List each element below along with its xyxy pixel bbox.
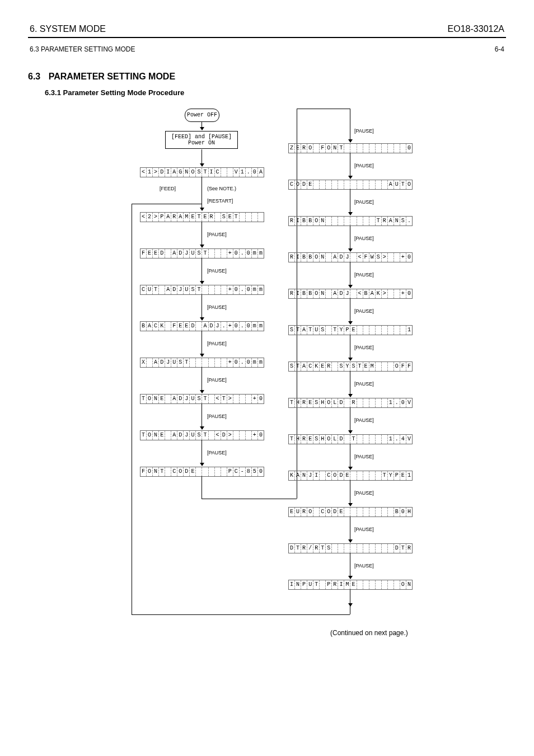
loopback-h-top — [132, 204, 202, 204]
lcd-l7: TONE ADJUST <T> +0 — [140, 394, 264, 404]
loopback-v2 — [350, 606, 350, 614]
header-title: 6. SYSTEM MODE — [29, 24, 301, 35]
loopback-h-bot — [132, 614, 350, 615]
lcd-r11: EURO CODE B0H — [288, 507, 413, 517]
arrow — [350, 516, 350, 542]
lcd-r6: STATUS TYPE 1 — [288, 325, 413, 335]
arrow — [202, 258, 202, 284]
lcd-r10: KANJI CODE TYPE1 — [288, 471, 413, 481]
key-pause: [PAUSE] — [354, 199, 374, 205]
key-pause: [PAUSE] — [207, 341, 227, 346]
lcd-l3: FEED ADJUST +0.0mm — [140, 248, 264, 259]
arrow — [202, 440, 202, 466]
lcd-l5: BACK FEED ADJ.+0.0mm — [140, 321, 264, 331]
subheader-page: 6-4 — [461, 45, 505, 54]
connector-h2 — [297, 109, 350, 109]
lcd-r4: RIBBON ADJ <FWS> +0 — [288, 252, 413, 262]
arrow — [350, 335, 350, 360]
page-header: 6. SYSTEM MODE EO18-33012A — [28, 22, 506, 38]
box-line2: Power ON — [168, 140, 235, 146]
lcd-l4: CUT ADJUST +0.0mm — [140, 285, 264, 295]
lcd-r7: STACKER SYSTEM OFF — [288, 361, 413, 372]
connector-h — [202, 499, 297, 499]
lcd-l6: X ADJUST +0.0mm — [140, 358, 264, 368]
start-oval: Power OFF — [185, 109, 219, 122]
note: (See NOTE.) — [207, 186, 236, 191]
arrow — [350, 553, 350, 579]
key-pause: [PAUSE] — [354, 527, 374, 532]
key-restart: [RESTART] — [207, 198, 233, 204]
key-pause: [PAUSE] — [354, 272, 374, 278]
key-feed: [FEED] — [160, 186, 176, 191]
key-pause: [PAUSE] — [354, 236, 374, 241]
key-pause: [PAUSE] — [207, 268, 227, 274]
lcd-l1: <1>DIAGNOSTIC V1.0A — [140, 167, 264, 177]
lcd-l8: TONE ADJUST <D> +0 — [140, 430, 264, 440]
arrow — [202, 121, 202, 130]
lcd-r12: DTR/RTS DTR — [288, 543, 413, 553]
key-pause: [PAUSE] — [354, 454, 374, 459]
box-line1: [FEED] and [PAUSE] — [168, 134, 235, 140]
key-pause: [PAUSE] — [354, 381, 374, 387]
arrow — [350, 589, 350, 606]
arrow — [202, 222, 202, 247]
arrow — [350, 480, 350, 506]
connector-v — [202, 476, 202, 499]
arrow — [350, 226, 350, 251]
arrow — [350, 153, 350, 179]
key-pause: [PAUSE] — [207, 232, 227, 237]
arrow — [350, 109, 350, 142]
arrow — [350, 444, 350, 469]
section-title: PARAMETER SETTING MODE — [49, 72, 175, 81]
key-pause: [PAUSE] — [354, 417, 374, 423]
arrow — [350, 262, 350, 288]
arrow — [202, 331, 202, 356]
lcd-r3: RIBBON TRANS. — [288, 216, 413, 226]
key-pause: [PAUSE] — [354, 163, 374, 168]
lcd-r1: ZERO FONT 0 — [288, 143, 413, 153]
key-pause: [PAUSE] — [354, 308, 374, 314]
lcd-l2: <2>PARAMETER SET — [140, 212, 264, 222]
arrow — [202, 403, 202, 429]
key-pause: [PAUSE] — [354, 128, 374, 134]
arrow — [202, 294, 202, 320]
header-eo: EO18-33012A — [302, 24, 505, 35]
loopback-v — [132, 204, 132, 614]
lcd-r2: CODE AUTO — [288, 180, 413, 190]
lcd-l9: FONT CODE PC-850 — [140, 467, 264, 477]
arrow — [350, 189, 350, 215]
key-pause: [PAUSE] — [207, 377, 227, 383]
flowchart-container: Power OFF [FEED] and [PAUSE] Power ON <1… — [112, 109, 506, 713]
lcd-r9: THRESHOLD T 1.4V — [288, 434, 413, 444]
section-number: 6.3 — [28, 72, 40, 81]
key-pause: [PAUSE] — [354, 490, 374, 496]
key-pause: [PAUSE] — [354, 345, 374, 350]
subheader-section: 6.3 PARAMETER SETTING MODE — [29, 45, 460, 54]
key-pause: [PAUSE] — [207, 414, 227, 419]
key-pause: [PAUSE] — [207, 304, 227, 310]
arrow — [202, 177, 202, 210]
key-pause: [PAUSE] — [354, 563, 374, 569]
key-pause: [PAUSE] — [207, 450, 227, 456]
section-subtitle: 6.3.1 Parameter Setting Mode Procedure — [45, 88, 184, 97]
lcd-r13: INPUT PRIME ON — [288, 580, 413, 590]
lcd-r5: RIBBON ADJ <BAK> +0 — [288, 289, 413, 299]
arrow — [350, 298, 350, 324]
arrow — [350, 371, 350, 397]
arrow — [202, 149, 202, 166]
lcd-r8: THRESHOLD R 1.0V — [288, 398, 413, 408]
continue-note: (Continued on next page.) — [330, 629, 408, 637]
arrow — [350, 407, 350, 433]
poweron-box: [FEED] and [PAUSE] Power ON — [165, 131, 238, 149]
arrow — [202, 367, 202, 393]
